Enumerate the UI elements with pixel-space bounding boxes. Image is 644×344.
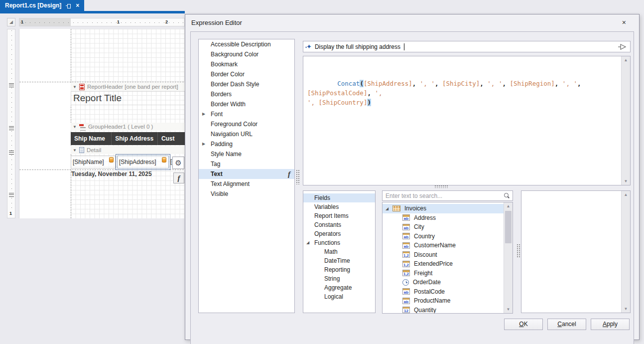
tree-scrollbar[interactable]: ▲ ▼ bbox=[504, 202, 513, 313]
ruler-number: 2 bbox=[165, 19, 168, 24]
property-item[interactable]: Style Name bbox=[199, 149, 294, 159]
search-icon[interactable] bbox=[503, 192, 510, 199]
pin-icon[interactable] bbox=[66, 3, 71, 8]
collapse-caret-icon[interactable]: ▼ bbox=[73, 148, 77, 153]
category-item[interactable]: ◢ Functions bbox=[303, 238, 375, 247]
cancel-button[interactable]: Cancel bbox=[547, 319, 586, 330]
send-button[interactable] bbox=[617, 43, 627, 51]
table-header-cell[interactable]: Ship Address bbox=[112, 132, 158, 145]
property-item[interactable]: Accessible Description bbox=[199, 39, 294, 49]
search-input[interactable] bbox=[383, 191, 503, 200]
code-scrollbar[interactable]: ▲ ▼ bbox=[621, 56, 630, 185]
ok-button[interactable]: OK bbox=[504, 319, 543, 330]
band-handle[interactable] bbox=[9, 151, 14, 155]
property-item[interactable]: Border Width bbox=[199, 99, 294, 109]
horizontal-splitter-handle[interactable] bbox=[434, 185, 448, 188]
expression-fx-button[interactable]: f bbox=[173, 172, 184, 183]
category-item[interactable]: Fields bbox=[303, 193, 375, 202]
property-item[interactable]: Borders bbox=[199, 89, 294, 99]
scroll-down-icon[interactable]: ▼ bbox=[622, 305, 630, 313]
ai-prompt-input[interactable]: ✦ Display the full shipping address bbox=[303, 41, 631, 52]
tree-item[interactable]: ab Country bbox=[383, 232, 504, 241]
ruler-corner-button[interactable]: ◢ bbox=[7, 18, 15, 26]
collapse-caret-icon[interactable]: ▼ bbox=[73, 125, 77, 129]
scroll-up-icon[interactable]: ▲ bbox=[622, 56, 630, 64]
document-tab[interactable]: Report1.cs [Design] × bbox=[0, 0, 84, 11]
category-item[interactable]: Reporting bbox=[303, 265, 375, 274]
tree-item[interactable]: ab PostalCode bbox=[383, 287, 504, 297]
tree-item[interactable]: 1,2 Freight bbox=[383, 269, 504, 278]
property-item[interactable]: Tag bbox=[199, 159, 294, 169]
tree-expander-icon[interactable]: ◢ bbox=[386, 206, 391, 211]
scroll-down-icon[interactable]: ▼ bbox=[622, 177, 630, 185]
tree-item[interactable]: ◢ Invoices bbox=[383, 204, 504, 213]
band-handle[interactable] bbox=[9, 83, 14, 87]
apply-button[interactable]: Apply bbox=[591, 319, 630, 330]
search-box[interactable] bbox=[382, 190, 513, 201]
property-item[interactable]: Navigation URL bbox=[199, 129, 294, 139]
tree-item[interactable]: OrderDate bbox=[383, 278, 504, 287]
property-item[interactable]: Visible bbox=[199, 189, 294, 199]
report-title-textbox[interactable]: Report Title bbox=[71, 91, 189, 105]
scroll-up-icon[interactable]: ▲ bbox=[504, 202, 513, 210]
category-item[interactable]: String bbox=[303, 274, 375, 283]
button-label: ancel bbox=[562, 321, 576, 328]
scroll-up-icon[interactable]: ▲ bbox=[622, 191, 630, 198]
table-header-cell[interactable]: Ship Name bbox=[71, 132, 112, 145]
field-label: Freight bbox=[414, 270, 432, 277]
report-header-band[interactable]: ▼ ReportHeader [one band per report] bbox=[71, 83, 189, 91]
property-item[interactable]: Bookmark bbox=[199, 59, 294, 69]
tree-item[interactable]: ab Address bbox=[383, 213, 504, 223]
shipaddress-cell-selected[interactable]: [ShipAddress] bbox=[117, 156, 169, 169]
property-item[interactable]: ▶ Padding bbox=[199, 139, 294, 149]
category-item[interactable]: Report Items bbox=[303, 211, 375, 220]
property-item[interactable]: Foreground Color bbox=[199, 119, 294, 129]
property-item[interactable]: Text f bbox=[199, 169, 294, 179]
category-item[interactable]: DateTime bbox=[303, 256, 375, 265]
tree-item[interactable]: ab ProductName bbox=[383, 296, 504, 306]
members-list-empty[interactable]: ▲ ▼ bbox=[521, 190, 631, 313]
group-header-band[interactable]: ▼ GroupHeader1 ( Level 0 ) bbox=[71, 123, 189, 131]
category-item[interactable]: Logical bbox=[303, 292, 375, 301]
property-item[interactable]: Text Alignment bbox=[199, 179, 294, 189]
collapse-caret-icon[interactable]: ▼ bbox=[73, 85, 77, 89]
smart-tag-button[interactable]: ⚙ bbox=[172, 157, 184, 169]
field-type-glyph: 1,2 bbox=[403, 263, 409, 267]
category-item[interactable]: Aggregate bbox=[303, 283, 375, 292]
design-surface[interactable]: ▼ ReportHeader [one band per report] Rep… bbox=[19, 29, 189, 218]
property-item[interactable]: Border Color bbox=[199, 69, 294, 79]
scroll-down-icon[interactable]: ▼ bbox=[504, 306, 513, 313]
category-item[interactable]: Constants bbox=[303, 220, 375, 229]
property-item[interactable]: ▶ Font bbox=[199, 109, 294, 119]
code-token: Concat bbox=[337, 80, 360, 87]
category-item[interactable]: Variables bbox=[303, 202, 375, 211]
tree-item[interactable]: 1,2 ExtendedPrice bbox=[383, 259, 504, 269]
tree-item[interactable]: 1,2 Discount bbox=[383, 250, 504, 260]
category-item[interactable]: Math bbox=[303, 247, 375, 256]
vertical-splitter-handle[interactable] bbox=[296, 170, 299, 184]
detail-band[interactable]: ▼ Detail bbox=[71, 146, 189, 154]
vertical-splitter-handle[interactable] bbox=[516, 244, 520, 258]
dialog-close-icon[interactable]: × bbox=[622, 18, 626, 26]
date-textbox[interactable]: Tuesday, November 11, 2025 bbox=[71, 171, 152, 177]
expand-arrow-icon[interactable]: ▶ bbox=[202, 109, 207, 119]
property-item[interactable]: Background Color bbox=[199, 49, 294, 59]
tab-close-icon[interactable]: × bbox=[76, 2, 79, 9]
table-header-cell[interactable]: Cust bbox=[158, 132, 189, 145]
expand-arrow-icon[interactable]: ▶ bbox=[202, 139, 207, 149]
tree-item[interactable]: ab CustomerName bbox=[383, 241, 504, 250]
field-label: PostalCode bbox=[414, 288, 445, 295]
band-handle[interactable] bbox=[9, 126, 14, 130]
scrollbar-thumb[interactable] bbox=[505, 211, 512, 243]
members-scrollbar[interactable]: ▲ ▼ bbox=[621, 191, 630, 313]
property-item[interactable]: Border Dash Style bbox=[199, 79, 294, 89]
tree-item[interactable]: ab City bbox=[383, 222, 504, 232]
tree-expander-icon[interactable]: ◢ bbox=[306, 238, 312, 247]
band-handle[interactable] bbox=[9, 193, 14, 197]
category-item[interactable]: Operators bbox=[303, 229, 375, 238]
field-type-icon bbox=[392, 205, 400, 211]
shipname-cell[interactable]: [ShipName] bbox=[71, 156, 116, 169]
expression-code-editor[interactable]: Concat([ShipAddress], ', ', [ShipCity], … bbox=[303, 56, 631, 185]
tree-item[interactable]: 12 Quantity bbox=[383, 306, 504, 314]
expression-code[interactable]: Concat([ShipAddress], ', ', [ShipCity], … bbox=[303, 56, 622, 185]
